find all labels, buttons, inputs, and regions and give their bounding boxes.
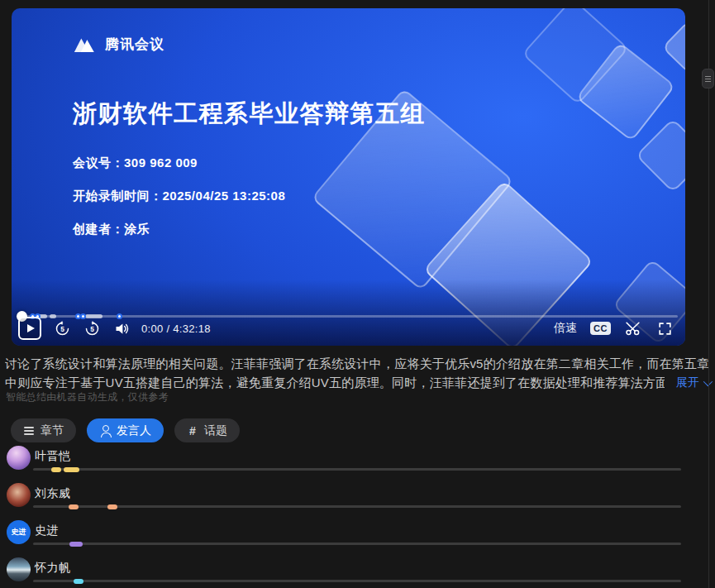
meeting-meta: 会议号：309 962 009 开始录制时间：2025/04/25 13:25:…: [73, 155, 285, 255]
tab-label: 章节: [41, 423, 64, 438]
tab-speaker[interactable]: 发言人: [87, 418, 164, 442]
volume-button[interactable]: [112, 319, 131, 337]
expand-summary-button[interactable]: 展开: [665, 373, 710, 392]
meta-value: 涂乐: [124, 222, 150, 236]
speech-segment[interactable]: [74, 579, 83, 584]
speaker-name: 怀力帆: [35, 561, 71, 576]
meeting-meta-row: 开始录制时间：2025/04/25 13:25:08: [73, 189, 285, 204]
meeting-recording-page: 腾讯会议 浙财软件工程系毕业答辩第五组 会议号：309 962 009 开始录制…: [0, 0, 715, 588]
speaker-avatar: [7, 446, 31, 470]
speaker-list: 叶晋恺 刘东威 史进 史进 怀力帆: [0, 443, 715, 588]
speaker-row[interactable]: 叶晋恺: [0, 443, 715, 480]
glass-cube-decoration: [661, 20, 685, 74]
expand-label: 展开: [676, 373, 699, 392]
clip-scissors-button[interactable]: [624, 319, 642, 337]
play-icon: [27, 324, 35, 332]
speech-segment[interactable]: [69, 504, 79, 509]
speech-segment[interactable]: [64, 467, 79, 472]
ai-disclaimer: 智能总结由机器自动生成，仅供参考: [6, 390, 169, 404]
brand-name: 腾讯会议: [105, 35, 164, 54]
topic-icon: #: [187, 425, 198, 437]
tab-label: 话题: [204, 423, 227, 438]
speech-segment[interactable]: [51, 467, 61, 472]
glass-cube-decoration: [636, 118, 685, 194]
meeting-meta-row: 会议号：309 962 009: [73, 155, 285, 171]
brand-logo: 腾讯会议: [73, 35, 164, 54]
speaker-row[interactable]: 刘东威: [0, 480, 715, 518]
speaker-timeline[interactable]: [33, 468, 681, 471]
speaker-name: 叶晋恺: [35, 449, 71, 464]
side-panel-handle[interactable]: [702, 69, 714, 88]
playback-speed-button[interactable]: 倍速: [554, 321, 577, 336]
speaker-avatar: [7, 557, 31, 581]
speaker-avatar: 史进: [7, 520, 31, 544]
tab-chapters[interactable]: 章节: [11, 418, 76, 442]
speaker-timeline[interactable]: [33, 580, 681, 582]
rewind-5s-button[interactable]: 5: [53, 319, 71, 337]
player-controls: 5 5 0:00 / 4:32:18 倍速 CC: [12, 316, 685, 341]
meta-value: 309 962 009: [124, 155, 198, 170]
fullscreen-button[interactable]: [655, 319, 674, 337]
svg-text:5: 5: [60, 324, 64, 332]
video-player[interactable]: 腾讯会议 浙财软件工程系毕业答辩第五组 会议号：309 962 009 开始录制…: [12, 8, 685, 346]
meta-label: 创建者：: [73, 222, 124, 236]
speaker-row[interactable]: 怀力帆: [0, 555, 715, 588]
speech-segment[interactable]: [69, 542, 83, 547]
speech-segment[interactable]: [107, 504, 117, 509]
time-display: 0:00 / 4:32:18: [141, 323, 211, 335]
play-button[interactable]: [18, 317, 41, 340]
speaker-icon: [99, 425, 111, 437]
speaker-avatar: [7, 483, 31, 507]
tencent-meeting-logo-icon: [73, 36, 98, 53]
meta-label: 会议号：: [73, 155, 124, 170]
speaker-timeline[interactable]: [33, 505, 681, 508]
tab-topic[interactable]: #话题: [174, 418, 240, 442]
speaker-name: 史进: [35, 523, 59, 538]
view-tabs: 章节 发言人 #话题: [11, 418, 240, 442]
meta-label: 开始录制时间：: [73, 189, 163, 203]
chapters-icon: [23, 425, 35, 437]
captions-button[interactable]: CC: [590, 322, 611, 335]
meeting-title: 浙财软件工程系毕业答辩第五组: [73, 98, 426, 131]
svg-text:5: 5: [90, 324, 94, 332]
forward-5s-button[interactable]: 5: [83, 319, 101, 337]
speaker-row[interactable]: 史进 史进: [0, 518, 715, 555]
speaker-name: 刘东威: [35, 486, 71, 501]
speaker-timeline[interactable]: [33, 543, 681, 545]
meta-value: 2025/04/25 13:25:08: [163, 189, 286, 203]
tab-label: 发言人: [117, 423, 151, 438]
ai-summary-text: 讨论了系统设计和算法原理的相关问题。汪菲菲强调了在系统设计中，应将关于优乐v5的…: [5, 354, 710, 392]
meeting-meta-row: 创建者：涂乐: [73, 222, 285, 237]
